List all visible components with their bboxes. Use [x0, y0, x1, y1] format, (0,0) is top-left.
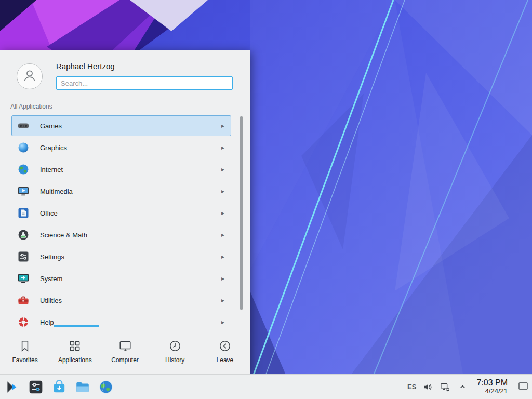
category-label: Office [40, 209, 221, 217]
network-icon[interactable] [440, 382, 450, 392]
tab-history[interactable]: History [150, 328, 200, 374]
taskbar: ES 7:03 PM 4/24/21 [0, 374, 532, 399]
browser-globe-icon[interactable] [98, 379, 114, 395]
sliders-icon [17, 250, 30, 263]
active-tab-indicator [54, 325, 99, 327]
tab-leave[interactable]: Leave [200, 328, 250, 374]
category-system[interactable]: System ▸ [11, 268, 231, 289]
tab-applications[interactable]: Applications [50, 328, 100, 374]
category-internet[interactable]: Internet ▸ [11, 159, 231, 180]
tab-label: History [165, 356, 184, 364]
toolbox-icon [17, 294, 30, 307]
submenu-arrow-icon: ▸ [221, 144, 225, 151]
flask-icon [17, 229, 30, 241]
category-graphics[interactable]: Graphics ▸ [11, 137, 231, 158]
clock-time: 7:03 PM [476, 378, 508, 388]
tab-label: Computer [111, 356, 139, 364]
submenu-arrow-icon: ▸ [221, 122, 225, 129]
dolphin-files-icon[interactable] [75, 379, 90, 395]
clock-date: 4/24/21 [476, 388, 508, 395]
section-label: All Applications [10, 103, 250, 110]
tab-label: Favorites [12, 356, 37, 364]
category-label: Settings [40, 253, 221, 261]
user-name: Raphael Hertzog [56, 62, 115, 71]
category-multimedia[interactable]: Multimedia ▸ [11, 181, 231, 202]
submenu-arrow-icon: ▸ [221, 297, 225, 304]
keyboard-layout-indicator[interactable]: ES [407, 383, 416, 391]
category-label: Utilities [40, 297, 221, 304]
category-label: Games [40, 122, 221, 130]
category-label: Internet [40, 166, 221, 174]
category-label: Science & Math [40, 231, 221, 239]
bookmark-icon [18, 339, 32, 353]
show-desktop-button[interactable] [516, 376, 530, 398]
category-label: Graphics [40, 144, 221, 152]
monitor-icon [118, 339, 132, 353]
submenu-arrow-icon: ▸ [221, 231, 225, 238]
lifebuoy-icon [17, 316, 30, 328]
category-list: Games ▸ Graphics ▸ Internet ▸ Multimedia… [0, 111, 250, 328]
digital-clock[interactable]: 7:03 PM 4/24/21 [474, 378, 510, 395]
globe-icon [17, 163, 30, 176]
grid-icon [68, 339, 82, 353]
submenu-arrow-icon: ▸ [221, 275, 225, 282]
system-tray: ES 7:03 PM 4/24/21 [407, 376, 532, 398]
leave-circle-icon [218, 339, 232, 353]
category-label: Multimedia [40, 188, 221, 195]
category-office[interactable]: Office ▸ [11, 203, 231, 223]
kickoff-launcher-icon[interactable] [5, 379, 20, 395]
expand-tray-icon[interactable] [457, 382, 468, 392]
person-icon [22, 68, 37, 85]
category-utilities[interactable]: Utilities ▸ [11, 290, 231, 311]
category-settings[interactable]: Settings ▸ [11, 246, 231, 267]
submenu-arrow-icon: ▸ [221, 166, 225, 173]
tab-label: Applications [58, 356, 92, 364]
submenu-arrow-icon: ▸ [221, 253, 225, 260]
category-label: System [40, 275, 221, 283]
document-icon [17, 207, 30, 219]
discover-icon[interactable] [51, 379, 67, 395]
tab-computer[interactable]: Computer [100, 328, 150, 374]
submenu-arrow-icon: ▸ [221, 209, 225, 217]
taskbar-launchers [0, 379, 114, 395]
submenu-arrow-icon: ▸ [221, 188, 225, 195]
sphere-icon [17, 141, 30, 154]
system-monitor-icon [17, 272, 30, 285]
media-screen-icon [17, 185, 30, 197]
gamepad-icon [17, 119, 30, 132]
scrollbar-thumb[interactable] [240, 116, 243, 310]
show-desktop-icon [518, 381, 528, 393]
launcher-tabbar: Favorites Applications Computer History … [0, 328, 250, 374]
category-science-math[interactable]: Science & Math ▸ [11, 224, 231, 245]
submenu-arrow-icon: ▸ [221, 318, 225, 326]
search-input[interactable] [56, 76, 233, 90]
application-launcher: Raphael Hertzog All Applications Games ▸… [0, 50, 250, 374]
tab-label: Leave [217, 356, 234, 364]
clock-icon [168, 339, 182, 353]
category-help[interactable]: Help ▸ [11, 312, 231, 328]
category-games[interactable]: Games ▸ [11, 115, 231, 136]
user-avatar[interactable] [17, 63, 43, 89]
launcher-header: Raphael Hertzog [0, 50, 250, 98]
volume-icon[interactable] [423, 382, 433, 392]
tab-favorites[interactable]: Favorites [0, 328, 50, 374]
system-settings-icon[interactable] [28, 379, 44, 395]
